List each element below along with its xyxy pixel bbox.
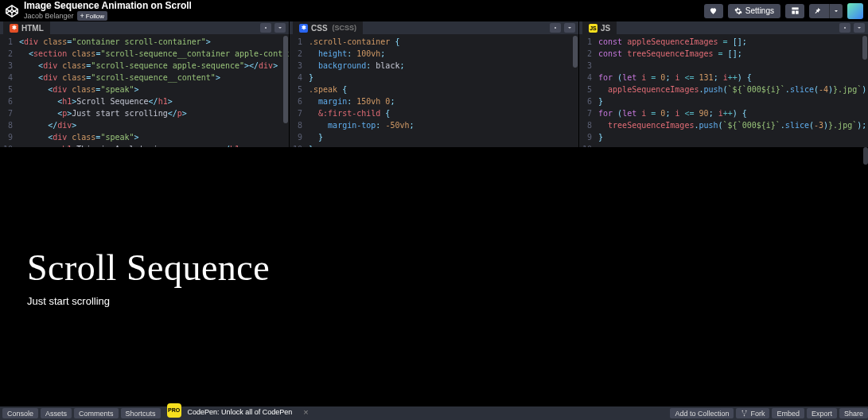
js-scrollbar[interactable] xyxy=(862,34,868,147)
codepen-logo-icon[interactable] xyxy=(5,4,19,18)
share-button[interactable]: Share xyxy=(839,408,868,418)
html-tab-label: HTML xyxy=(21,24,44,33)
editor-js: JS JS 12345678910111213 const appleSeque… xyxy=(579,21,868,147)
editor-html: ✱ HTML 1234567891011121314 <div class="c… xyxy=(0,21,290,147)
editor-config-button[interactable] xyxy=(839,23,850,33)
css-tab[interactable]: ✱ CSS (SCSS) xyxy=(293,21,363,34)
app-header: Image Sequence Animation on Scroll Jacob… xyxy=(0,0,868,21)
promo-banner: PRO CodePen: Unlock all of CodePen × xyxy=(167,406,309,421)
shortcuts-button[interactable]: Shortcuts xyxy=(121,408,161,418)
svg-point-7 xyxy=(555,27,556,29)
settings-label: Settings xyxy=(745,6,774,15)
title-block: Image Sequence Animation on Scroll Jacob… xyxy=(24,1,192,21)
user-avatar[interactable] xyxy=(847,3,863,19)
add-to-collection-button[interactable]: Add to Collection xyxy=(670,408,734,418)
svg-point-11 xyxy=(744,415,745,417)
svg-rect-5 xyxy=(795,11,798,14)
js-lang-icon: JS xyxy=(589,24,597,33)
html-code[interactable]: <div class="container scroll-container">… xyxy=(16,34,289,147)
preview-subtitle: Just start scrolling xyxy=(27,295,868,307)
pro-badge-icon: PRO xyxy=(167,403,181,418)
embed-button[interactable]: Embed xyxy=(772,408,804,418)
pin-button[interactable] xyxy=(809,4,843,18)
pin-icon xyxy=(814,7,821,14)
editors-row: ✱ HTML 1234567891011121314 <div class="c… xyxy=(0,21,868,147)
css-tab-label: CSS xyxy=(311,24,328,33)
svg-point-9 xyxy=(742,410,744,412)
css-preprocessor-note: (SCSS) xyxy=(333,24,357,32)
js-code-area[interactable]: 12345678910111213 const appleSequenceIma… xyxy=(579,34,868,147)
editor-dropdown-button[interactable] xyxy=(564,23,575,33)
fork-button[interactable]: Fork xyxy=(736,408,769,418)
comments-button[interactable]: Comments xyxy=(74,408,119,418)
fork-icon xyxy=(741,410,748,417)
fork-label: Fork xyxy=(750,410,765,418)
plus-icon: + xyxy=(80,12,84,20)
header-actions: Settings xyxy=(704,3,863,19)
editor-css: ✱ CSS (SCSS) 1234567891011121314 .scroll… xyxy=(290,21,579,147)
editor-css-header: ✱ CSS (SCSS) xyxy=(290,21,578,34)
love-button[interactable] xyxy=(704,4,723,18)
css-lang-icon: ✱ xyxy=(299,24,308,33)
svg-point-6 xyxy=(265,27,267,29)
html-tab[interactable]: ✱ HTML xyxy=(3,21,50,34)
js-tab[interactable]: JS JS xyxy=(582,21,617,34)
html-scrollbar[interactable] xyxy=(282,34,289,147)
follow-label: Follow xyxy=(86,13,104,20)
gear-icon xyxy=(734,7,742,15)
editor-js-header: JS JS xyxy=(579,21,868,34)
promo-close-icon[interactable]: × xyxy=(303,407,308,417)
follow-button[interactable]: +Follow xyxy=(77,11,107,21)
html-code-area[interactable]: 1234567891011121314 <div class="containe… xyxy=(0,34,289,147)
editor-dropdown-button[interactable] xyxy=(274,23,286,33)
css-code-area[interactable]: 1234567891011121314 .scroll-container { … xyxy=(290,34,578,147)
js-code[interactable]: const appleSequenceImages = [];const tre… xyxy=(595,34,868,147)
svg-point-10 xyxy=(745,410,747,412)
svg-rect-4 xyxy=(792,11,795,14)
promo-text[interactable]: CodePen: Unlock all of CodePen xyxy=(188,408,293,416)
js-tab-label: JS xyxy=(601,24,610,33)
editor-html-header: ✱ HTML xyxy=(0,21,289,34)
assets-button[interactable]: Assets xyxy=(41,408,72,418)
editor-config-button[interactable] xyxy=(260,23,271,33)
pen-author[interactable]: Jacob Belanger xyxy=(24,13,74,20)
svg-rect-3 xyxy=(792,7,798,10)
html-lang-icon: ✱ xyxy=(10,24,18,33)
html-gutter: 1234567891011121314 xyxy=(0,34,16,147)
footer-bar: Console Assets Comments Shortcuts PRO Co… xyxy=(0,406,868,420)
layout-icon xyxy=(791,6,800,15)
js-gutter: 12345678910111213 xyxy=(579,34,595,147)
css-code[interactable]: .scroll-container { height: 100vh; backg… xyxy=(306,34,578,147)
editor-dropdown-button[interactable] xyxy=(854,23,865,33)
preview-pane[interactable]: Scroll Sequence Just start scrolling xyxy=(0,147,868,406)
view-switch-button[interactable] xyxy=(785,4,804,18)
svg-point-8 xyxy=(844,27,846,29)
editor-config-button[interactable] xyxy=(550,23,561,33)
preview-heading: Scroll Sequence xyxy=(27,247,868,289)
preview-scrollbar[interactable] xyxy=(863,147,868,406)
css-gutter: 1234567891011121314 xyxy=(290,34,306,147)
export-button[interactable]: Export xyxy=(807,408,837,418)
css-scrollbar[interactable] xyxy=(572,34,578,147)
heart-icon xyxy=(709,6,718,15)
pen-title: Image Sequence Animation on Scroll xyxy=(24,1,192,10)
chevron-down-icon[interactable] xyxy=(829,4,843,18)
settings-button[interactable]: Settings xyxy=(728,4,780,18)
console-button[interactable]: Console xyxy=(2,408,38,418)
